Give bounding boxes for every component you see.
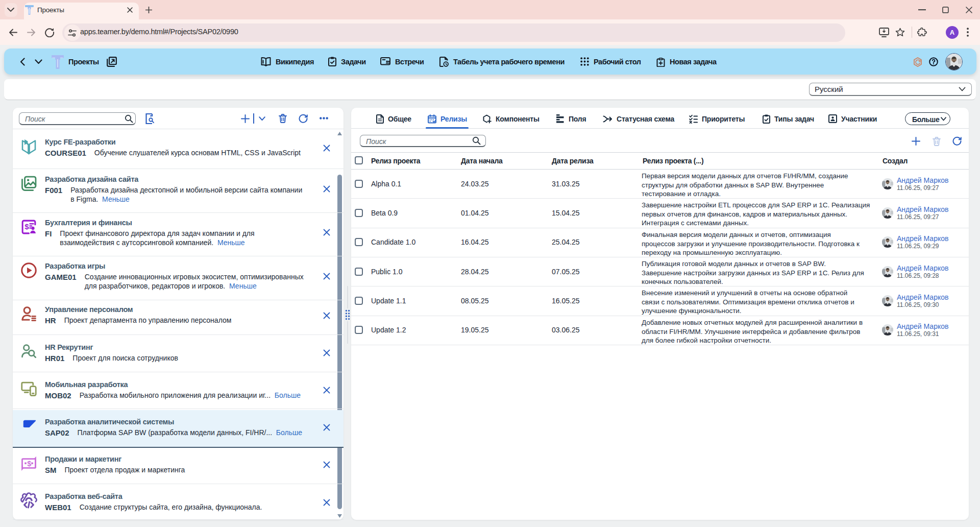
svg-text:$: $ bbox=[24, 222, 29, 231]
svg-text:$: $ bbox=[27, 460, 31, 468]
